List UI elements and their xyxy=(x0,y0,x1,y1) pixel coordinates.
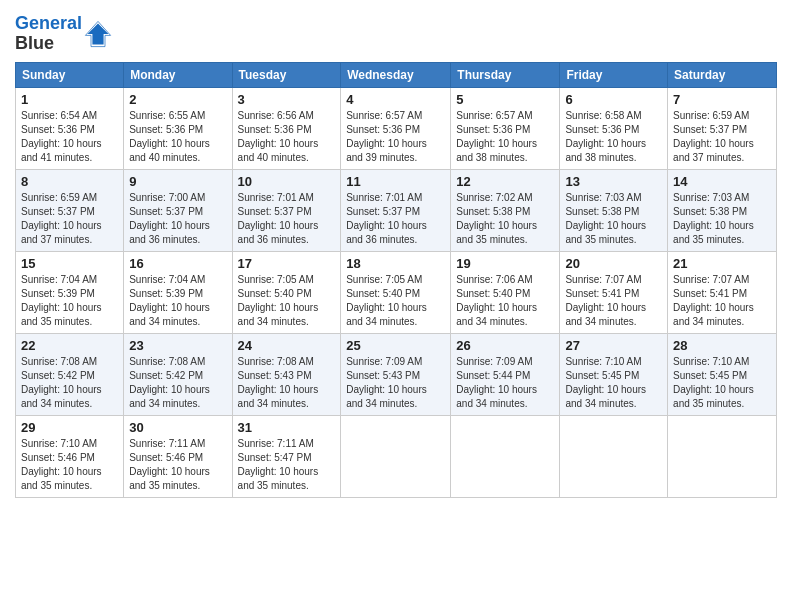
day-info: Sunrise: 7:08 AMSunset: 5:42 PMDaylight:… xyxy=(129,356,210,409)
day-number: 28 xyxy=(673,338,771,353)
day-number: 2 xyxy=(129,92,226,107)
day-info: Sunrise: 7:08 AMSunset: 5:42 PMDaylight:… xyxy=(21,356,102,409)
day-info: Sunrise: 7:10 AMSunset: 5:46 PMDaylight:… xyxy=(21,438,102,491)
day-info: Sunrise: 7:00 AMSunset: 5:37 PMDaylight:… xyxy=(129,192,210,245)
day-number: 4 xyxy=(346,92,445,107)
day-info: Sunrise: 7:10 AMSunset: 5:45 PMDaylight:… xyxy=(565,356,646,409)
day-number: 12 xyxy=(456,174,554,189)
calendar-week-row: 8 Sunrise: 6:59 AMSunset: 5:37 PMDayligh… xyxy=(16,169,777,251)
calendar-day-cell: 4 Sunrise: 6:57 AMSunset: 5:36 PMDayligh… xyxy=(341,87,451,169)
day-info: Sunrise: 6:55 AMSunset: 5:36 PMDaylight:… xyxy=(129,110,210,163)
calendar-day-cell: 2 Sunrise: 6:55 AMSunset: 5:36 PMDayligh… xyxy=(124,87,232,169)
day-info: Sunrise: 7:04 AMSunset: 5:39 PMDaylight:… xyxy=(129,274,210,327)
page-container: General Blue SundayMondayTuesdayWednesda… xyxy=(0,0,792,508)
day-info: Sunrise: 6:56 AMSunset: 5:36 PMDaylight:… xyxy=(238,110,319,163)
day-number: 1 xyxy=(21,92,118,107)
weekday-header: Thursday xyxy=(451,62,560,87)
day-info: Sunrise: 6:59 AMSunset: 5:37 PMDaylight:… xyxy=(673,110,754,163)
header-section: General Blue xyxy=(15,10,777,54)
day-info: Sunrise: 6:58 AMSunset: 5:36 PMDaylight:… xyxy=(565,110,646,163)
calendar-day-cell: 27 Sunrise: 7:10 AMSunset: 5:45 PMDaylig… xyxy=(560,333,668,415)
day-number: 9 xyxy=(129,174,226,189)
calendar-day-cell: 13 Sunrise: 7:03 AMSunset: 5:38 PMDaylig… xyxy=(560,169,668,251)
calendar-day-cell: 15 Sunrise: 7:04 AMSunset: 5:39 PMDaylig… xyxy=(16,251,124,333)
day-info: Sunrise: 7:06 AMSunset: 5:40 PMDaylight:… xyxy=(456,274,537,327)
calendar-day-cell: 26 Sunrise: 7:09 AMSunset: 5:44 PMDaylig… xyxy=(451,333,560,415)
calendar-day-cell: 3 Sunrise: 6:56 AMSunset: 5:36 PMDayligh… xyxy=(232,87,341,169)
day-number: 8 xyxy=(21,174,118,189)
calendar-day-cell: 12 Sunrise: 7:02 AMSunset: 5:38 PMDaylig… xyxy=(451,169,560,251)
day-info: Sunrise: 7:11 AMSunset: 5:47 PMDaylight:… xyxy=(238,438,319,491)
day-info: Sunrise: 7:09 AMSunset: 5:44 PMDaylight:… xyxy=(456,356,537,409)
calendar-day-cell: 1 Sunrise: 6:54 AMSunset: 5:36 PMDayligh… xyxy=(16,87,124,169)
day-info: Sunrise: 7:07 AMSunset: 5:41 PMDaylight:… xyxy=(565,274,646,327)
calendar-day-cell: 28 Sunrise: 7:10 AMSunset: 5:45 PMDaylig… xyxy=(668,333,777,415)
day-info: Sunrise: 7:03 AMSunset: 5:38 PMDaylight:… xyxy=(673,192,754,245)
day-info: Sunrise: 7:05 AMSunset: 5:40 PMDaylight:… xyxy=(346,274,427,327)
calendar-day-cell: 25 Sunrise: 7:09 AMSunset: 5:43 PMDaylig… xyxy=(341,333,451,415)
day-number: 23 xyxy=(129,338,226,353)
weekday-header: Wednesday xyxy=(341,62,451,87)
day-number: 29 xyxy=(21,420,118,435)
calendar-day-cell: 30 Sunrise: 7:11 AMSunset: 5:46 PMDaylig… xyxy=(124,415,232,497)
calendar-day-cell: 18 Sunrise: 7:05 AMSunset: 5:40 PMDaylig… xyxy=(341,251,451,333)
day-number: 26 xyxy=(456,338,554,353)
day-info: Sunrise: 6:54 AMSunset: 5:36 PMDaylight:… xyxy=(21,110,102,163)
day-number: 15 xyxy=(21,256,118,271)
calendar-day-cell: 7 Sunrise: 6:59 AMSunset: 5:37 PMDayligh… xyxy=(668,87,777,169)
day-info: Sunrise: 7:03 AMSunset: 5:38 PMDaylight:… xyxy=(565,192,646,245)
day-info: Sunrise: 6:59 AMSunset: 5:37 PMDaylight:… xyxy=(21,192,102,245)
calendar-day-cell: 17 Sunrise: 7:05 AMSunset: 5:40 PMDaylig… xyxy=(232,251,341,333)
calendar-day-cell: 24 Sunrise: 7:08 AMSunset: 5:43 PMDaylig… xyxy=(232,333,341,415)
day-info: Sunrise: 6:57 AMSunset: 5:36 PMDaylight:… xyxy=(456,110,537,163)
day-number: 19 xyxy=(456,256,554,271)
day-number: 24 xyxy=(238,338,336,353)
calendar-day-cell xyxy=(341,415,451,497)
day-info: Sunrise: 7:01 AMSunset: 5:37 PMDaylight:… xyxy=(346,192,427,245)
calendar-day-cell: 14 Sunrise: 7:03 AMSunset: 5:38 PMDaylig… xyxy=(668,169,777,251)
logo-icon xyxy=(84,20,112,48)
calendar-day-cell: 10 Sunrise: 7:01 AMSunset: 5:37 PMDaylig… xyxy=(232,169,341,251)
day-number: 11 xyxy=(346,174,445,189)
day-info: Sunrise: 7:10 AMSunset: 5:45 PMDaylight:… xyxy=(673,356,754,409)
calendar-day-cell: 23 Sunrise: 7:08 AMSunset: 5:42 PMDaylig… xyxy=(124,333,232,415)
day-number: 18 xyxy=(346,256,445,271)
calendar-day-cell: 5 Sunrise: 6:57 AMSunset: 5:36 PMDayligh… xyxy=(451,87,560,169)
calendar-day-cell: 8 Sunrise: 6:59 AMSunset: 5:37 PMDayligh… xyxy=(16,169,124,251)
weekday-header: Friday xyxy=(560,62,668,87)
day-info: Sunrise: 7:02 AMSunset: 5:38 PMDaylight:… xyxy=(456,192,537,245)
day-number: 3 xyxy=(238,92,336,107)
day-number: 30 xyxy=(129,420,226,435)
day-info: Sunrise: 7:04 AMSunset: 5:39 PMDaylight:… xyxy=(21,274,102,327)
logo-text: General Blue xyxy=(15,14,82,54)
day-info: Sunrise: 7:07 AMSunset: 5:41 PMDaylight:… xyxy=(673,274,754,327)
day-number: 6 xyxy=(565,92,662,107)
day-info: Sunrise: 7:01 AMSunset: 5:37 PMDaylight:… xyxy=(238,192,319,245)
calendar-week-row: 15 Sunrise: 7:04 AMSunset: 5:39 PMDaylig… xyxy=(16,251,777,333)
calendar-week-row: 22 Sunrise: 7:08 AMSunset: 5:42 PMDaylig… xyxy=(16,333,777,415)
logo: General Blue xyxy=(15,14,112,54)
weekday-header: Sunday xyxy=(16,62,124,87)
day-number: 31 xyxy=(238,420,336,435)
day-number: 16 xyxy=(129,256,226,271)
day-number: 7 xyxy=(673,92,771,107)
weekday-header: Tuesday xyxy=(232,62,341,87)
calendar-day-cell: 19 Sunrise: 7:06 AMSunset: 5:40 PMDaylig… xyxy=(451,251,560,333)
calendar-day-cell xyxy=(668,415,777,497)
calendar-week-row: 29 Sunrise: 7:10 AMSunset: 5:46 PMDaylig… xyxy=(16,415,777,497)
calendar-day-cell xyxy=(560,415,668,497)
calendar-week-row: 1 Sunrise: 6:54 AMSunset: 5:36 PMDayligh… xyxy=(16,87,777,169)
day-number: 22 xyxy=(21,338,118,353)
day-number: 21 xyxy=(673,256,771,271)
calendar-day-cell: 29 Sunrise: 7:10 AMSunset: 5:46 PMDaylig… xyxy=(16,415,124,497)
day-number: 10 xyxy=(238,174,336,189)
day-number: 17 xyxy=(238,256,336,271)
day-info: Sunrise: 7:05 AMSunset: 5:40 PMDaylight:… xyxy=(238,274,319,327)
calendar-day-cell: 21 Sunrise: 7:07 AMSunset: 5:41 PMDaylig… xyxy=(668,251,777,333)
day-number: 14 xyxy=(673,174,771,189)
calendar-day-cell: 20 Sunrise: 7:07 AMSunset: 5:41 PMDaylig… xyxy=(560,251,668,333)
day-number: 25 xyxy=(346,338,445,353)
calendar-day-cell xyxy=(451,415,560,497)
day-info: Sunrise: 7:08 AMSunset: 5:43 PMDaylight:… xyxy=(238,356,319,409)
day-info: Sunrise: 7:09 AMSunset: 5:43 PMDaylight:… xyxy=(346,356,427,409)
